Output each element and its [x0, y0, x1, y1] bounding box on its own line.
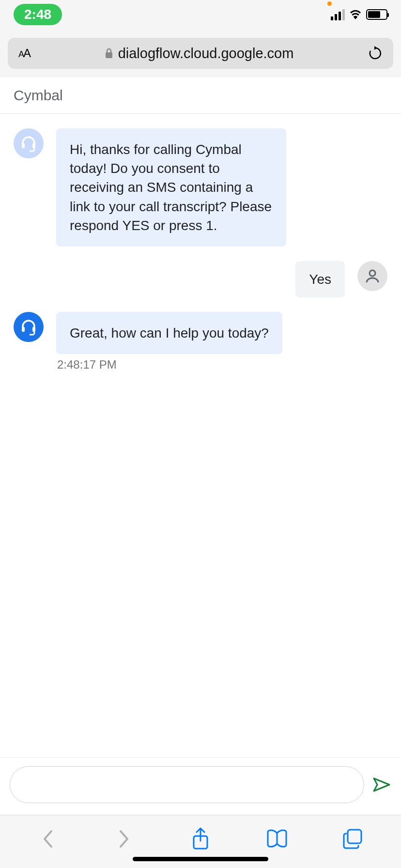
- headset-icon: [20, 135, 37, 152]
- bot-message: Hi, thanks for calling Cymbal today! Do …: [14, 128, 387, 247]
- svg-rect-0: [106, 52, 112, 58]
- send-button[interactable]: [372, 775, 391, 794]
- message-bubble: Yes: [295, 261, 345, 297]
- person-icon: [364, 268, 381, 284]
- svg-rect-4: [22, 327, 25, 332]
- chevron-right-icon: [118, 829, 130, 849]
- battery-icon: [366, 9, 387, 20]
- tabs-button[interactable]: [341, 827, 365, 851]
- svg-rect-1: [22, 143, 25, 148]
- bookmarks-button[interactable]: [265, 827, 289, 851]
- svg-rect-2: [32, 143, 35, 148]
- text-size-icon[interactable]: AA: [18, 46, 30, 60]
- bot-avatar: [14, 312, 44, 342]
- address-bar[interactable]: AA dialogflow.cloud.google.com: [8, 38, 393, 69]
- chat-input[interactable]: [10, 766, 364, 803]
- share-icon: [191, 827, 210, 851]
- status-time: 2:48: [14, 4, 62, 25]
- lock-icon: [105, 48, 113, 59]
- recording-dot-icon: [327, 1, 332, 6]
- chevron-left-icon: [42, 829, 54, 849]
- url-text: dialogflow.cloud.google.com: [118, 46, 294, 62]
- cellular-icon: [331, 9, 345, 20]
- back-button[interactable]: [36, 827, 60, 851]
- url-display[interactable]: dialogflow.cloud.google.com: [36, 46, 362, 62]
- svg-rect-5: [32, 327, 35, 332]
- message-bubble: Hi, thanks for calling Cymbal today! Do …: [56, 128, 286, 247]
- book-icon: [266, 829, 288, 849]
- message-timestamp: 2:48:17 PM: [57, 358, 282, 372]
- message-bubble: Great, how can I help you today?: [56, 312, 282, 354]
- send-icon: [373, 777, 390, 792]
- chat-input-area: [0, 757, 401, 815]
- wifi-icon: [349, 9, 362, 20]
- forward-button[interactable]: [112, 827, 136, 851]
- bot-message: Great, how can I help you today? 2:48:17…: [14, 312, 387, 372]
- status-icons: [331, 9, 387, 20]
- chat-area: Hi, thanks for calling Cymbal today! Do …: [0, 114, 401, 757]
- user-avatar: [357, 261, 387, 291]
- page-header: Cymbal: [0, 78, 401, 114]
- reload-icon[interactable]: [368, 46, 383, 61]
- status-bar: 2:48: [0, 0, 401, 29]
- headset-icon: [20, 318, 37, 336]
- user-message: Yes: [14, 261, 387, 297]
- share-button[interactable]: [188, 827, 213, 851]
- home-indicator[interactable]: [133, 857, 268, 861]
- bot-avatar: [14, 128, 44, 158]
- page-title: Cymbal: [14, 87, 387, 104]
- tabs-icon: [342, 828, 364, 850]
- svg-rect-7: [348, 830, 361, 843]
- svg-point-3: [370, 270, 375, 276]
